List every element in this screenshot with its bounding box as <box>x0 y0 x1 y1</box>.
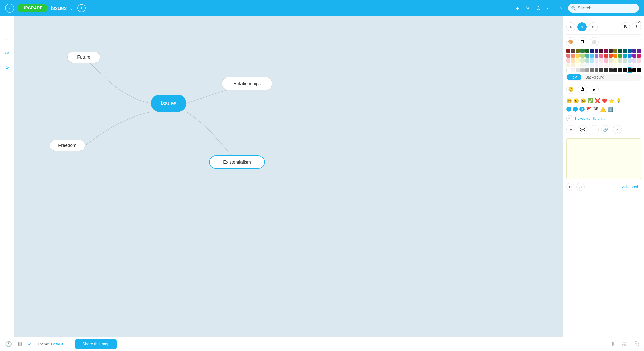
color-swatch[interactable] <box>628 49 632 53</box>
emoji-x[interactable]: ❌ <box>595 98 600 104</box>
color-swatch[interactable] <box>618 68 622 72</box>
color-swatch[interactable] <box>599 49 603 53</box>
color-swatch[interactable] <box>595 68 599 72</box>
magic-btn[interactable]: ✨ <box>576 183 585 191</box>
color-swatch[interactable] <box>628 58 632 63</box>
link-action-btn[interactable]: 🔗 <box>601 125 610 134</box>
monitor-button[interactable]: 🖥 <box>17 341 23 347</box>
color-swatch[interactable] <box>576 63 580 67</box>
color-swatch[interactable] <box>637 58 641 63</box>
color-swatch[interactable] <box>576 58 580 63</box>
emoji-1[interactable]: 1 <box>566 107 571 112</box>
color-swatch[interactable] <box>632 58 636 63</box>
emoji-neutral[interactable]: 😐 <box>573 98 579 104</box>
history-button[interactable]: 🕐 <box>5 341 12 347</box>
color-swatch[interactable] <box>604 58 608 63</box>
block-tool-button[interactable]: ⊘ <box>536 5 541 11</box>
color-swatch[interactable] <box>609 49 613 53</box>
color-swatch[interactable] <box>632 63 636 67</box>
checkmark-button[interactable]: ✓ <box>28 341 32 347</box>
color-swatch[interactable] <box>637 63 641 67</box>
redo-button[interactable]: ↪ <box>557 5 562 11</box>
color-swatch[interactable] <box>566 49 570 53</box>
cut-button[interactable]: ✂ <box>3 49 12 58</box>
shape-icon-btn[interactable]: ⬜ <box>590 37 599 46</box>
upgrade-button[interactable]: UPGRADE <box>18 4 47 12</box>
color-swatch[interactable] <box>618 58 622 63</box>
color-swatch[interactable] <box>580 63 585 67</box>
emoji-more[interactable]: … <box>614 107 618 112</box>
list-action-btn[interactable]: ≡ <box>566 125 575 134</box>
bold-button[interactable]: B <box>621 22 630 31</box>
color-swatch[interactable] <box>623 54 627 58</box>
arrow-action-btn[interactable]: → <box>590 125 599 134</box>
chat-action-btn[interactable]: 💬 <box>578 125 587 134</box>
color-swatch[interactable] <box>566 54 570 58</box>
info-button[interactable]: i <box>77 4 86 12</box>
color-swatch[interactable] <box>618 63 622 67</box>
image-icon-btn[interactable]: 🖼 <box>578 85 587 94</box>
emoji-2[interactable]: 2 <box>573 107 578 112</box>
font-medium-button[interactable]: a <box>577 22 587 31</box>
color-swatch[interactable] <box>623 63 627 67</box>
emoji-warning[interactable]: ⚠️ <box>600 107 606 112</box>
color-swatch[interactable] <box>566 58 570 63</box>
color-swatch[interactable] <box>618 54 622 58</box>
color-swatch-selected[interactable] <box>628 68 632 72</box>
node-future[interactable]: Future <box>67 52 100 63</box>
color-swatch[interactable] <box>599 63 603 67</box>
font-large-button[interactable]: a <box>589 22 598 31</box>
note-area[interactable] <box>566 138 641 179</box>
color-swatch[interactable] <box>580 58 585 63</box>
color-swatch[interactable] <box>576 49 580 53</box>
color-swatch[interactable] <box>609 54 613 58</box>
emoji-bulb[interactable]: 💡 <box>616 98 621 104</box>
color-swatch[interactable] <box>632 54 636 58</box>
color-swatch[interactable] <box>613 49 617 53</box>
color-swatch[interactable] <box>599 68 603 72</box>
color-swatch[interactable] <box>571 49 575 53</box>
emoji-smile[interactable]: 😊 <box>566 98 572 104</box>
emoji-flag-green[interactable]: 🏁 <box>593 107 599 112</box>
color-swatch[interactable] <box>604 63 608 67</box>
color-swatch[interactable] <box>613 58 617 63</box>
node-existentialism[interactable]: Existentialism <box>209 155 265 169</box>
browse-icon-library-link[interactable]: Browse icon library... <box>574 116 605 120</box>
color-swatch[interactable] <box>576 54 580 58</box>
color-swatch[interactable] <box>590 63 594 67</box>
check-action-btn[interactable]: ✓ <box>613 125 622 134</box>
color-swatch[interactable] <box>590 58 594 63</box>
color-swatch[interactable] <box>595 49 599 53</box>
edit-bottom-btn[interactable]: ⊘ <box>566 183 574 191</box>
color-swatch[interactable] <box>637 54 641 58</box>
emoji-check[interactable]: ✅ <box>588 98 593 104</box>
color-swatch[interactable] <box>571 68 575 72</box>
help-button[interactable]: ? <box>633 341 639 348</box>
connect-tool-button[interactable]: ⤷ <box>526 5 530 11</box>
color-swatch[interactable] <box>599 54 603 58</box>
emoji-sad[interactable]: 😕 <box>580 98 586 104</box>
color-swatch[interactable] <box>599 58 603 63</box>
color-swatch[interactable] <box>580 49 585 53</box>
color-swatch[interactable] <box>604 49 608 53</box>
settings-button[interactable]: ⚙ <box>3 63 12 72</box>
zoom-in-button[interactable]: + <box>3 20 12 29</box>
color-swatch[interactable] <box>613 68 617 72</box>
color-swatch[interactable] <box>618 49 622 53</box>
color-swatch[interactable] <box>595 54 599 58</box>
background-tab[interactable]: Background <box>581 74 609 80</box>
color-swatch[interactable] <box>571 54 575 58</box>
color-icon-btn[interactable]: 🎨 <box>566 37 575 46</box>
emoji-flag-red[interactable]: 🚩 <box>586 107 592 112</box>
back-button[interactable]: ‹ <box>5 4 14 13</box>
color-swatch[interactable] <box>609 68 613 72</box>
color-swatch[interactable] <box>623 68 627 72</box>
color-swatch[interactable] <box>623 49 627 53</box>
node-relationships[interactable]: Relationships <box>222 77 272 90</box>
node-freedom[interactable]: Freedom <box>50 140 85 151</box>
color-swatch[interactable] <box>613 54 617 58</box>
color-swatch[interactable] <box>571 63 575 67</box>
undo-button[interactable]: ↩ <box>547 5 551 11</box>
color-swatch[interactable] <box>595 58 599 63</box>
color-swatch[interactable] <box>566 68 570 72</box>
